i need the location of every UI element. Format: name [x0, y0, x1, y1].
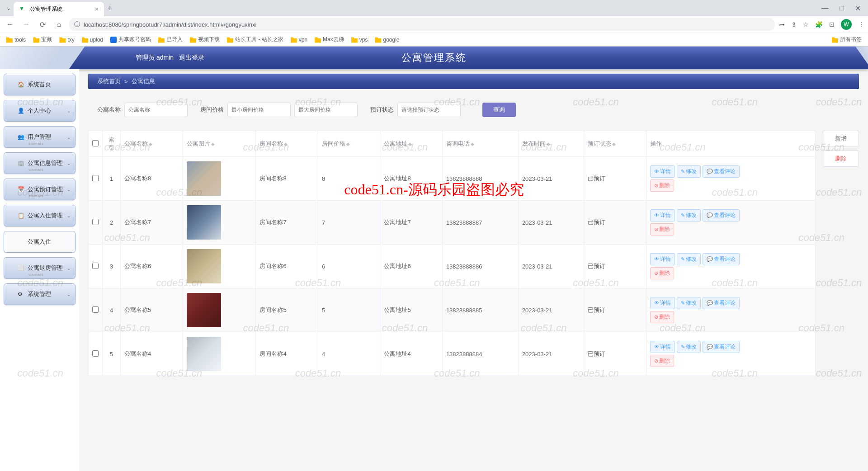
- th-date[interactable]: 发布时间◆: [518, 131, 584, 157]
- th-index[interactable]: 索引: [103, 131, 121, 157]
- bookmark-item[interactable]: 已导入: [156, 34, 185, 45]
- row-checkbox[interactable]: [92, 175, 99, 181]
- thumbnail-image[interactable]: [187, 293, 221, 327]
- ext-icon[interactable]: 🧩: [815, 21, 823, 28]
- bookmark-item[interactable]: 视频下载: [187, 34, 222, 45]
- edit-button[interactable]: ✎修改: [677, 253, 701, 265]
- sidebar-item-3[interactable]: 🏢公寓信息管理sismais⌄: [4, 152, 75, 174]
- edit-button[interactable]: ✎修改: [677, 209, 701, 221]
- search-input-max[interactable]: [294, 103, 358, 117]
- avatar[interactable]: W: [841, 19, 852, 30]
- delete-button[interactable]: ⊘删除: [650, 267, 674, 279]
- search-button[interactable]: 查询: [482, 103, 516, 117]
- breadcrumb-current[interactable]: 公寓信息: [132, 77, 155, 85]
- select-all-checkbox[interactable]: [92, 140, 99, 146]
- detail-button[interactable]: 👁详情: [650, 209, 675, 221]
- th-status[interactable]: 预订状态◆: [584, 131, 646, 157]
- all-bookmarks-label: 所有书签: [840, 36, 862, 43]
- back-button[interactable]: ←: [4, 20, 16, 28]
- delete-button[interactable]: ⊘删除: [650, 355, 674, 367]
- sort-icon[interactable]: ◆: [471, 141, 474, 146]
- th-room[interactable]: 房间名称◆: [256, 131, 318, 157]
- comment-button[interactable]: 💬查看评论: [703, 209, 740, 221]
- thumbnail-image[interactable]: [187, 337, 221, 371]
- share-icon[interactable]: ⇪: [791, 21, 797, 28]
- breadcrumb-home[interactable]: 系统首页: [97, 77, 121, 85]
- bookmark-item[interactable]: 站长工具 - 站长之家: [224, 34, 286, 45]
- edit-button[interactable]: ✎修改: [677, 165, 701, 178]
- sidebar-item-2[interactable]: 👥用户管理sismais⌄: [4, 126, 75, 148]
- sort-icon[interactable]: ◆: [211, 141, 215, 146]
- key-icon[interactable]: ⊶: [778, 21, 785, 28]
- home-button[interactable]: ⌂: [52, 20, 65, 28]
- reload-button[interactable]: ⟳: [36, 20, 49, 29]
- search-select-status[interactable]: [397, 103, 461, 117]
- bookmark-item[interactable]: vpn: [288, 35, 310, 45]
- comment-button[interactable]: 💬查看评论: [703, 297, 740, 309]
- thumbnail-image[interactable]: [187, 205, 221, 240]
- star-icon[interactable]: ☆: [803, 21, 809, 28]
- th-name[interactable]: 公寓名称◆: [121, 131, 183, 157]
- th-address[interactable]: 公寓地址◆: [380, 131, 443, 157]
- minimize-icon[interactable]: —: [821, 4, 829, 13]
- comment-button[interactable]: 💬查看评论: [703, 165, 740, 178]
- bookmark-item[interactable]: Max云梯: [312, 34, 347, 45]
- thumbnail-image[interactable]: [187, 249, 221, 283]
- info-icon[interactable]: ⓘ: [74, 20, 80, 28]
- row-checkbox[interactable]: [92, 306, 99, 313]
- delete-button[interactable]: ⊘删除: [650, 179, 674, 192]
- row-checkbox[interactable]: [92, 350, 99, 357]
- bookmark-item[interactable]: 共享账号密码: [108, 34, 154, 45]
- bookmark-item[interactable]: uplod: [79, 35, 106, 45]
- sort-icon[interactable]: ◆: [346, 141, 350, 146]
- detail-button[interactable]: 👁详情: [650, 297, 675, 309]
- comment-button[interactable]: 💬查看评论: [703, 253, 740, 265]
- bookmark-item[interactable]: tools: [4, 35, 28, 45]
- bookmark-item[interactable]: 宝藏: [30, 34, 55, 45]
- sidebar-item-1[interactable]: 👤个人中心⌄: [4, 100, 75, 122]
- sidebar-item-8[interactable]: ⚙系统管理⌄: [4, 283, 75, 305]
- comment-button[interactable]: 💬查看评论: [703, 341, 740, 353]
- sidebar-item-6[interactable]: 公寓入住: [4, 231, 75, 253]
- url-input[interactable]: ⓘ localhost:8080/springbootudr7l/admin/d…: [69, 18, 775, 31]
- extensions-icon[interactable]: ⊡: [829, 21, 835, 28]
- thumbnail-image[interactable]: [187, 161, 221, 196]
- sidebar-item-0[interactable]: 🏠系统首页: [4, 74, 75, 95]
- sidebar-item-7[interactable]: ⬜公寓退房管理sismais⌄: [4, 257, 75, 279]
- row-checkbox[interactable]: [92, 219, 99, 225]
- chevron-down-icon[interactable]: ⌄: [6, 5, 11, 11]
- row-checkbox[interactable]: [92, 263, 99, 269]
- browser-tab[interactable]: ▼ 公寓管理系统 ×: [14, 2, 104, 16]
- sort-icon[interactable]: ◆: [284, 141, 288, 146]
- delete-button[interactable]: ⊘删除: [650, 223, 674, 236]
- th-image[interactable]: 公寓图片◆: [183, 131, 256, 157]
- detail-button[interactable]: 👁详情: [650, 341, 675, 353]
- sort-icon[interactable]: ◆: [408, 141, 412, 146]
- close-icon[interactable]: ×: [95, 5, 99, 13]
- new-tab-button[interactable]: +: [108, 4, 113, 13]
- search-input-min[interactable]: [227, 103, 291, 117]
- batch-delete-button[interactable]: 删除: [823, 151, 859, 167]
- edit-button[interactable]: ✎修改: [677, 297, 701, 309]
- maximize-icon[interactable]: □: [840, 4, 844, 13]
- bookmark-item[interactable]: vps: [349, 35, 371, 45]
- edit-button[interactable]: ✎修改: [677, 341, 701, 353]
- bookmark-item[interactable]: google: [372, 35, 402, 45]
- sort-icon[interactable]: ◆: [612, 141, 616, 146]
- all-bookmarks[interactable]: 所有书签: [829, 34, 864, 45]
- th-price[interactable]: 房间价格◆: [318, 131, 380, 157]
- logout-link[interactable]: 退出登录: [179, 54, 204, 62]
- sidebar-item-4[interactable]: 📅公寓预订管理sismais⌄: [4, 179, 75, 200]
- bookmark-item[interactable]: txy: [57, 35, 77, 45]
- menu-icon[interactable]: ⋮: [858, 21, 864, 28]
- sort-icon[interactable]: ◆: [149, 141, 152, 146]
- detail-button[interactable]: 👁详情: [650, 253, 675, 265]
- sort-icon[interactable]: ◆: [547, 141, 550, 146]
- search-input-name[interactable]: [124, 103, 188, 117]
- delete-button[interactable]: ⊘删除: [650, 311, 674, 323]
- detail-button[interactable]: 👁详情: [650, 165, 675, 178]
- th-phone[interactable]: 咨询电话◆: [442, 131, 518, 157]
- close-window-icon[interactable]: ✕: [855, 4, 861, 13]
- sidebar-item-5[interactable]: 📋公寓入住管理⌄: [4, 205, 75, 226]
- add-button[interactable]: 新增: [823, 131, 859, 147]
